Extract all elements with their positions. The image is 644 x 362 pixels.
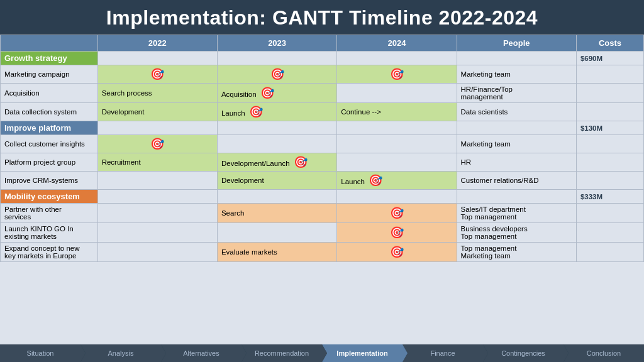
- cell-2022: Search process: [97, 84, 217, 103]
- cell-2022: [97, 243, 217, 262]
- cell-cost: $333M: [576, 190, 643, 204]
- table-row: Data collection system Development Launc…: [1, 103, 644, 121]
- row-label: Acquisition: [1, 84, 98, 103]
- table-row: Collect customer insights 🎯 Marketing te…: [1, 135, 644, 153]
- table-row: Marketing campaign 🎯 🎯 🎯 Marketing team: [1, 65, 644, 84]
- table-header-row: 2022 2023 2024 People Costs: [1, 35, 644, 52]
- cell-cost: [576, 103, 643, 121]
- nav-item-implementation[interactable]: Implementation: [322, 344, 402, 362]
- goal-icon: 🎯: [150, 67, 164, 81]
- cell-2022: [97, 204, 217, 223]
- col-header-label: [1, 35, 98, 52]
- goal-icon: 🎯: [270, 67, 284, 81]
- cell-cost: [576, 153, 643, 172]
- cell-people: Data scientists: [457, 103, 576, 121]
- cell-people: HR: [457, 153, 576, 172]
- cell-2023: [217, 121, 336, 135]
- cell-people: Business developersTop management: [457, 223, 576, 243]
- cell-2024: [337, 121, 457, 135]
- table-row: Partner with otherservices Search 🎯 Sale…: [1, 204, 644, 223]
- cell-people: [457, 121, 576, 135]
- goal-icon: 🎯: [390, 206, 404, 220]
- nav-label: Recommendation: [255, 349, 309, 357]
- cell-2024: 🎯: [337, 223, 457, 243]
- nav-label: Finance: [430, 349, 455, 357]
- cell-people: Top managementMarketing team: [457, 243, 576, 262]
- nav-item-finance[interactable]: Finance: [402, 344, 483, 362]
- table-row: Acquisition Search process Acquisition 🎯…: [1, 84, 644, 103]
- cell-2022: [97, 190, 217, 204]
- table-row: Improve CRM-systems Development Launch 🎯…: [1, 172, 644, 190]
- col-header-2023: 2023: [217, 35, 336, 52]
- category-label: Mobility ecosystem: [1, 190, 98, 204]
- cell-2022: Recruitment: [97, 153, 217, 172]
- cell-cost: [576, 65, 643, 84]
- goal-icon: 🎯: [390, 226, 404, 239]
- cell-2024: [337, 135, 457, 153]
- cell-people: [457, 190, 576, 204]
- cell-cost: [576, 172, 643, 190]
- row-label: Launch KINTO GO Inexisting markets: [1, 223, 98, 243]
- table-row: Mobility ecosystem $333M: [1, 190, 644, 204]
- nav-item-analysis[interactable]: Analysis: [80, 344, 161, 362]
- cell-2024: [337, 52, 457, 65]
- cell-2023: Evaluate markets: [217, 243, 336, 262]
- title-rest: GANTT Timeline 2022-2024: [272, 6, 538, 29]
- row-label: Improve CRM-systems: [1, 172, 98, 190]
- cell-people: [457, 52, 576, 65]
- cell-2023: Search: [217, 204, 336, 223]
- table-row: Platform project group Recruitment Devel…: [1, 153, 644, 172]
- nav-item-conclusion[interactable]: Conclusion: [564, 344, 644, 362]
- cell-2024: Continue -->: [337, 103, 457, 121]
- table-row: Improve platform $130M: [1, 121, 644, 135]
- cell-people: HR/Finance/Topmanagement: [457, 84, 576, 103]
- nav-footer: Situation Analysis Alternatives Recommen…: [0, 344, 644, 362]
- title-bold: Implementation:: [106, 6, 267, 29]
- cell-cost: [576, 243, 643, 262]
- col-header-2022: 2022: [97, 35, 217, 52]
- cell-2023: [217, 223, 336, 243]
- goal-icon: 🎯: [390, 245, 404, 259]
- nav-item-situation[interactable]: Situation: [0, 344, 80, 362]
- row-label: Partner with otherservices: [1, 204, 98, 223]
- cell-2024: 🎯: [337, 243, 457, 262]
- cell-2022: Development: [97, 103, 217, 121]
- cell-2023: Acquisition 🎯: [217, 84, 336, 103]
- cell-2024: [337, 153, 457, 172]
- nav-item-recommendation[interactable]: Recommendation: [242, 344, 322, 362]
- cell-2024: [337, 84, 457, 103]
- goal-icon: 🎯: [294, 155, 308, 169]
- header: Implementation: GANTT Timeline 2022-2024: [0, 0, 644, 35]
- cell-2023: Development/Launch 🎯: [217, 153, 336, 172]
- nav-item-alternatives[interactable]: Alternatives: [161, 344, 242, 362]
- cell-2024: 🎯: [337, 204, 457, 223]
- cell-2023: [217, 135, 336, 153]
- row-label: Collect customer insights: [1, 135, 98, 153]
- goal-icon: 🎯: [150, 137, 164, 151]
- cell-2023: Launch 🎯: [217, 103, 336, 121]
- goal-icon: 🎯: [390, 67, 404, 81]
- table-row: Growth strategy $690M: [1, 52, 644, 65]
- row-label: Marketing campaign: [1, 65, 98, 84]
- category-label: Improve platform: [1, 121, 98, 135]
- row-label: Data collection system: [1, 103, 98, 121]
- cell-2023: Development: [217, 172, 336, 190]
- cell-cost: [576, 223, 643, 243]
- cell-2023: 🎯: [217, 65, 336, 84]
- cell-cost: [576, 135, 643, 153]
- cell-2024: Launch 🎯: [337, 172, 457, 190]
- col-header-people: People: [457, 35, 576, 52]
- cell-people: Customer relations/R&D: [457, 172, 576, 190]
- cell-2022: [97, 172, 217, 190]
- cell-2023: [217, 190, 336, 204]
- table-row: Launch KINTO GO Inexisting markets 🎯 Bus…: [1, 223, 644, 243]
- nav-label: Contingencies: [501, 349, 545, 357]
- cell-cost: $130M: [576, 121, 643, 135]
- cell-2024: [337, 190, 457, 204]
- cell-2022: 🎯: [97, 65, 217, 84]
- nav-label: Analysis: [108, 349, 134, 357]
- cell-people: Marketing team: [457, 135, 576, 153]
- row-label: Platform project group: [1, 153, 98, 172]
- cell-2023: [217, 52, 336, 65]
- nav-item-contingencies[interactable]: Contingencies: [483, 344, 564, 362]
